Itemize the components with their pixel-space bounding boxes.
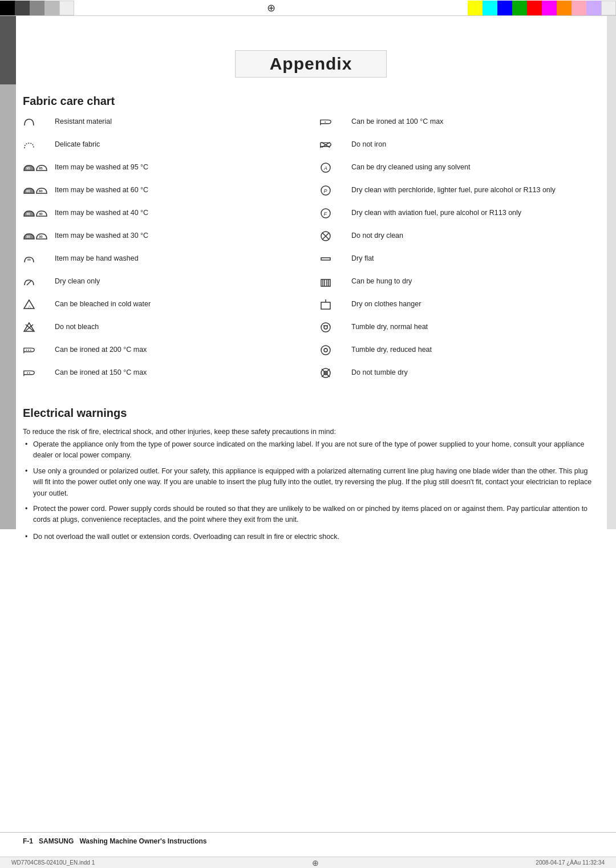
left-sidebar xyxy=(0,16,16,529)
care-label-nodryclean: Do not dry clean xyxy=(351,230,403,241)
elec-bullet-3: Protect the power cord. Power supply cor… xyxy=(23,504,599,526)
care-label-notumble: Do not tumble dry xyxy=(351,367,408,378)
svg-text:△: △ xyxy=(28,305,31,309)
svg-point-43 xyxy=(321,323,330,332)
swatch-blue xyxy=(497,1,512,15)
top-bar-center: ⊕ xyxy=(74,0,468,15)
care-item-dryclean-a: A Can be dry cleaned using any solvent xyxy=(319,161,599,180)
svg-point-15 xyxy=(26,350,27,351)
swatch-green xyxy=(512,1,527,15)
care-item-tumble-reduced: Tumble dry, reduced heat xyxy=(319,344,599,362)
svg-text:30: 30 xyxy=(26,235,30,238)
care-icon-iron150 xyxy=(23,367,55,379)
footer: F-1 SAMSUNG Washing Machine Owner's Inst… xyxy=(0,832,616,845)
svg-text:A: A xyxy=(323,165,327,171)
care-icon-handwash xyxy=(23,253,55,265)
left-swatches xyxy=(0,0,74,15)
care-icon-iron200 xyxy=(23,344,55,356)
footer-page-label: F-1 SAMSUNG Washing Machine Owner's Inst… xyxy=(23,837,206,845)
swatch-lightgray xyxy=(44,1,59,15)
care-item-wash95: 95 95 Item may be washed at 95 °C xyxy=(23,161,302,180)
care-item-wash40: 40 40 Item may be washed at 40 °C xyxy=(23,207,302,225)
left-sidebar-accent xyxy=(0,16,16,84)
top-color-bar: ⊕ xyxy=(0,0,616,16)
svg-point-49 xyxy=(325,348,326,349)
care-label-dryclean: Dry clean only xyxy=(55,275,100,287)
care-icon-hungtodry xyxy=(319,275,351,288)
footer-date: 2008-04-17 ¿ÀAu 11:32:34 xyxy=(536,859,605,866)
care-item-bleach: △ Can be bleached in cold water xyxy=(23,298,302,317)
swatch-lavender xyxy=(586,1,601,15)
care-label-wash95: Item may be washed at 95 °C xyxy=(55,161,148,173)
care-label-noiron: Do not iron xyxy=(351,139,386,150)
care-icon-delicate xyxy=(23,139,55,151)
care-icon-wash30: 30 30 xyxy=(23,230,55,242)
care-label-hungtodry: Can be hung to dry xyxy=(351,275,412,287)
fabric-care-chart: Resistant material Delicate fabric 95 xyxy=(23,116,599,390)
care-label-resistant: Resistant material xyxy=(55,116,112,127)
care-icon-hanger xyxy=(319,298,351,311)
care-item-iron150: Can be ironed at 150 °C max xyxy=(23,367,302,385)
care-item-iron100: Can be ironed at 100 °C max xyxy=(319,116,599,134)
bottom-bar: WD7704C8S-02410U_EN.indd 1 ⊕ 2008-04-17 … xyxy=(0,857,616,868)
electrical-warnings-section: Electrical warnings To reduce the risk o… xyxy=(23,407,599,542)
svg-line-8 xyxy=(27,281,31,285)
swatch-darkgray xyxy=(15,1,30,15)
care-label-handwash: Item may be hand washed xyxy=(55,253,139,264)
electrical-heading: Electrical warnings xyxy=(23,407,599,420)
care-label-tumble-normal: Tumble dry, normal heat xyxy=(351,321,428,332)
care-label-iron100: Can be ironed at 100 °C max xyxy=(351,116,443,127)
title-area: Appendix xyxy=(23,50,599,78)
svg-text:F: F xyxy=(324,211,327,217)
swatch-white xyxy=(59,1,74,15)
care-label-hanger: Dry on clothes hanger xyxy=(351,298,421,310)
care-item-hungtodry: Can be hung to dry xyxy=(319,275,599,294)
care-label-delicate: Delicate fabric xyxy=(55,139,100,150)
svg-point-19 xyxy=(27,372,28,374)
care-item-noiron: Do not iron xyxy=(319,139,599,157)
care-icon-nodryclean xyxy=(319,230,351,242)
care-label-wash40: Item may be washed at 40 °C xyxy=(55,207,148,218)
care-icon-dryflat xyxy=(319,253,351,265)
right-sidebar xyxy=(607,16,616,529)
fabric-col-left: Resistant material Delicate fabric 95 xyxy=(23,116,302,390)
care-label-iron200: Can be ironed at 200 °C max xyxy=(55,344,147,355)
care-item-handwash: Item may be hand washed xyxy=(23,253,302,271)
care-label-wash60: Item may be washed at 60 °C xyxy=(55,184,148,196)
care-icon-dryclean-a: A xyxy=(319,161,351,174)
svg-rect-35 xyxy=(321,258,330,260)
svg-text:95: 95 xyxy=(39,167,43,170)
svg-point-46 xyxy=(327,325,328,326)
swatch-pink xyxy=(572,1,586,15)
swatch-white2 xyxy=(601,1,616,15)
title-box: Appendix xyxy=(235,50,387,78)
care-item-iron200: Can be ironed at 200 °C max xyxy=(23,344,302,362)
care-icon-tumble-reduced xyxy=(319,344,351,356)
care-item-dryclean-p: P Dry clean with perchloride, lighter fu… xyxy=(319,184,599,202)
swatch-gray xyxy=(30,1,44,15)
swatch-yellow xyxy=(468,1,483,15)
care-icon-wash95: 95 95 xyxy=(23,161,55,174)
care-label-dryclean-p: Dry clean with perchloride, lighter fuel… xyxy=(351,184,556,196)
crosshair-icon: ⊕ xyxy=(267,2,275,14)
care-item-dryflat: Dry flat xyxy=(319,253,599,271)
svg-text:30: 30 xyxy=(39,235,43,238)
svg-point-22 xyxy=(325,121,326,123)
svg-text:95: 95 xyxy=(26,167,30,170)
swatch-black xyxy=(0,1,15,15)
svg-point-44 xyxy=(324,326,327,329)
svg-point-47 xyxy=(321,346,330,355)
care-icon-noiron xyxy=(319,139,351,151)
care-label-dryclean-f: Dry clean with aviation fuel, pure alcoh… xyxy=(351,207,521,218)
svg-point-16 xyxy=(28,350,29,351)
footer-crosshair: ⊕ xyxy=(312,858,319,867)
care-label-iron150: Can be ironed at 150 °C max xyxy=(55,367,147,378)
care-icon-dryclean xyxy=(23,275,55,288)
svg-text:60: 60 xyxy=(39,189,43,193)
care-icon-resistant xyxy=(23,116,55,128)
svg-rect-41 xyxy=(321,302,330,309)
page-title: Appendix xyxy=(270,54,352,73)
svg-text:40: 40 xyxy=(26,212,30,216)
svg-text:40: 40 xyxy=(39,212,43,216)
fabric-section-heading: Fabric care chart xyxy=(23,95,599,108)
